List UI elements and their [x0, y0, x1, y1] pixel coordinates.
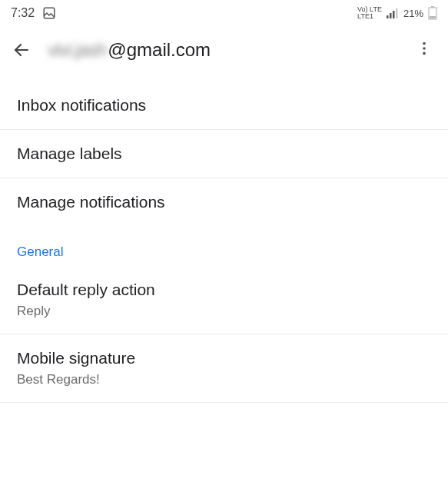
svg-rect-1 — [387, 15, 389, 18]
header: vivi.jash@gmail.com — [0, 23, 448, 81]
network-label: Vo) LTE LTE1 — [357, 6, 382, 20]
inbox-notifications-item[interactable]: Inbox notifications — [0, 81, 448, 130]
email-prefix-blurred: vivi.jash — [48, 39, 106, 61]
battery-icon — [428, 6, 437, 20]
page-title: vivi.jash@gmail.com — [48, 39, 413, 61]
svg-point-10 — [423, 47, 426, 50]
svg-rect-4 — [396, 8, 398, 18]
default-reply-title: Default reply action — [17, 281, 431, 299]
default-reply-value: Reply — [17, 304, 431, 319]
mobile-signature-title: Mobile signature — [17, 349, 431, 367]
inbox-notifications-label: Inbox notifications — [17, 96, 431, 115]
more-options-button[interactable] — [413, 37, 436, 63]
image-icon — [42, 6, 56, 20]
mobile-signature-item[interactable]: Mobile signature Best Regards! — [0, 334, 448, 403]
battery-percent: 21% — [403, 8, 423, 19]
manage-labels-label: Manage labels — [17, 145, 431, 163]
status-bar: 7:32 Vo) LTE LTE1 21% — [0, 0, 448, 23]
manage-labels-item[interactable]: Manage labels — [0, 130, 448, 178]
signal-icon — [387, 8, 399, 18]
manage-notifications-item[interactable]: Manage notifications — [0, 178, 448, 226]
status-time: 7:32 — [11, 6, 35, 20]
svg-rect-2 — [390, 13, 392, 18]
svg-rect-7 — [430, 16, 436, 18]
default-reply-item[interactable]: Default reply action Reply — [0, 266, 448, 334]
back-button[interactable] — [12, 41, 31, 59]
email-suffix: @gmail.com — [108, 39, 211, 61]
manage-notifications-label: Manage notifications — [17, 193, 431, 211]
svg-point-11 — [423, 52, 426, 55]
mobile-signature-value: Best Regards! — [17, 372, 431, 387]
svg-rect-3 — [393, 11, 395, 18]
svg-point-9 — [423, 42, 426, 45]
svg-rect-0 — [44, 8, 55, 18]
section-header-general: General — [0, 226, 448, 266]
